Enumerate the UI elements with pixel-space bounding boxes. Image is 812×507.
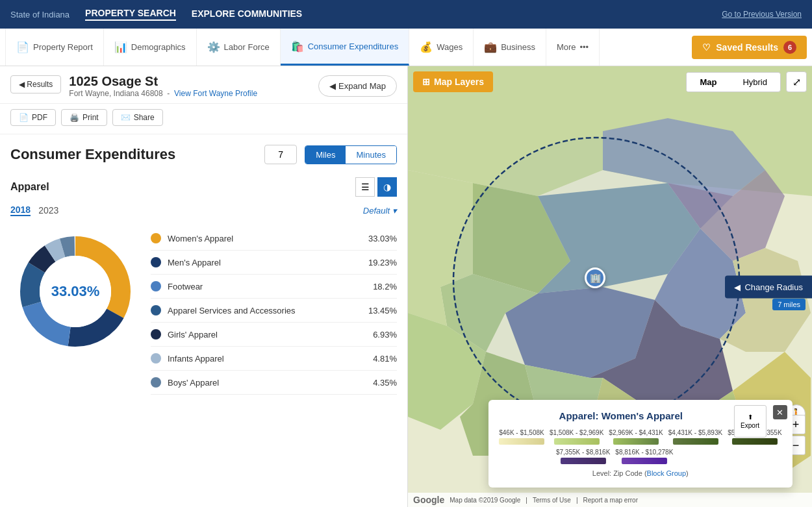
legend-bar-4: $4,431K - $5,893K (668, 429, 722, 445)
legend-item-services: Apparel Services and Accessories 13.45% (151, 299, 397, 323)
ce-title: Consumer Expenditures (10, 146, 257, 163)
view-profile-link[interactable]: View Fort Wayne Profile (174, 89, 257, 98)
chevron-down-icon: ▾ (392, 206, 397, 216)
chevron-left-icon: ◀ (734, 282, 741, 291)
legend-label-services: Apparel Services and Accessories (168, 306, 362, 315)
map-type-hybrid-btn[interactable]: Hybrid (730, 73, 780, 92)
view-toggle: ☰ ◑ (355, 177, 397, 197)
tab-more[interactable]: More ••• (546, 29, 600, 66)
legend-label-mens: Men's Apparel (168, 258, 362, 267)
tab-property-report[interactable]: 📄 Property Report (5, 29, 104, 66)
wages-icon: 💰 (420, 41, 433, 53)
donut-chart: 33.03% (10, 227, 140, 356)
default-link[interactable]: Default ▾ (363, 206, 397, 216)
map-fullscreen-button[interactable]: ⤢ (786, 71, 807, 92)
legend-bar-3: $2,969K - $4,431K (609, 429, 663, 445)
year-2023[interactable]: 2023 (38, 205, 58, 216)
tab-demographics[interactable]: 📊 Demographics (104, 29, 197, 66)
share-button[interactable]: ✉️ Share (112, 109, 163, 126)
prev-version-link[interactable]: Go to Previous Version (722, 10, 802, 19)
saved-results-badge: 6 (783, 41, 796, 54)
chart-view-btn[interactable]: ◑ (377, 177, 397, 197)
map-location-marker: 🏢 (585, 267, 605, 288)
tab-wages[interactable]: 💰 Wages (409, 29, 474, 66)
map-panel: ⊞ Map Layers Map Hybrid ⤢ 🏢 ◀ Change Rad… (408, 66, 812, 507)
main-content: ◀ Results 1025 Osage St Fort Wayne, Indi… (0, 66, 812, 507)
minutes-toggle-btn[interactable]: Minutes (346, 146, 396, 164)
popup-footer: Level: Zip Code (Block Group) (499, 469, 782, 477)
demographics-icon: 📊 (114, 41, 127, 53)
legend-dot-footwear (151, 281, 161, 291)
legend-list: Women's Apparel 33.03% Men's Apparel 19.… (151, 227, 397, 395)
legend-bar-2: $1,508K - $2,969K (550, 429, 603, 445)
tab-labor-force[interactable]: ⚙️ Labor Force (197, 29, 281, 66)
legend-pct-girls: 6.93% (373, 330, 397, 340)
map-footer: Google Map data ©2019 Google | Terms of … (408, 493, 812, 507)
legend-pct-infants: 4.81% (373, 354, 397, 364)
nav-property-search[interactable]: PROPERTY SEARCH (85, 8, 176, 21)
radius-input[interactable] (264, 145, 297, 164)
report-map-error-link[interactable]: Report a map error (583, 497, 637, 504)
pdf-button[interactable]: 📄 PDF (10, 109, 56, 126)
address-sub: Fort Wayne, Indiana 46808 - View Fort Wa… (69, 89, 311, 98)
legend-label-footwear: Footwear (168, 282, 366, 291)
consumer-exp-icon: 🛍️ (291, 40, 304, 53)
marker-icon: 🏢 (590, 273, 601, 283)
terms-of-use-link[interactable]: Terms of Use (533, 497, 571, 504)
legend-label-infants: Infants Apparel (168, 354, 366, 364)
legend-item-mens: Men's Apparel 19.23% (151, 251, 397, 275)
legend-label-boys: Boys' Apparel (168, 378, 366, 388)
map-layers-button[interactable]: ⊞ Map Layers (413, 71, 493, 92)
expand-map-button[interactable]: ◀ Expand Map (318, 75, 397, 97)
popup-export-button[interactable]: ⬆ Export (734, 405, 767, 438)
tab-business[interactable]: 💼 Business (474, 29, 546, 66)
legend-item-boys: Boys' Apparel 4.35% (151, 371, 397, 395)
tab-consumer-expenditures[interactable]: 🛍️ Consumer Expenditures (281, 29, 409, 66)
print-button[interactable]: 🖨️ Print (61, 109, 107, 126)
legend-dot-womens (151, 233, 161, 243)
year-2018-link[interactable]: 2018 (10, 204, 31, 216)
change-radius-button[interactable]: ◀ Change Radius (725, 275, 812, 298)
change-radius-label: Change Radius (744, 282, 803, 291)
nav-explore-communities[interactable]: EXPLORE COMMUNITIES (192, 8, 302, 20)
donut-center: 33.03% (51, 283, 100, 300)
labor-force-icon: ⚙️ (207, 41, 220, 53)
address-bar: ◀ Results 1025 Osage St Fort Wayne, Indi… (0, 66, 407, 104)
map-type-toggle: Map Hybrid (686, 72, 781, 92)
saved-results-button[interactable]: ♡ Saved Results 6 (692, 36, 807, 59)
property-report-icon: 📄 (16, 41, 29, 53)
legend-dot-girls (151, 329, 161, 340)
popup-close-button[interactable]: ✕ (773, 405, 787, 419)
legend-bar-7: $8,816K - $10,278K (615, 449, 673, 464)
miles-toggle-btn[interactable]: Miles (305, 146, 346, 164)
legend-pct-boys: 4.35% (373, 378, 397, 388)
map-toolbar: ⊞ Map Layers Map Hybrid ⤢ (408, 66, 812, 97)
pdf-icon: 📄 (19, 113, 29, 122)
chart-area: 33.03% Women's Apparel 33.03% Men's Appa… (10, 227, 397, 395)
share-icon: ✉️ (121, 113, 131, 122)
action-bar: 📄 PDF 🖨️ Print ✉️ Share (0, 104, 407, 134)
legend-item-girls: Girls' Apparel 6.93% (151, 323, 397, 347)
legend-item-footwear: Footwear 18.2% (151, 275, 397, 299)
legend-dot-infants (151, 353, 161, 364)
donut-value: 33.03% (51, 283, 100, 299)
apparel-header: Apparel ☰ ◑ (10, 177, 397, 197)
address-info: 1025 Osage St Fort Wayne, Indiana 46808 … (69, 74, 311, 98)
more-dots-icon: ••• (580, 42, 589, 52)
apparel-title: Apparel (10, 181, 355, 193)
map-type-map-btn[interactable]: Map (687, 73, 730, 92)
block-group-link[interactable]: Block Group (647, 469, 687, 477)
map-data-text: Map data ©2019 Google (450, 497, 520, 504)
layers-icon: ⊞ (422, 77, 430, 87)
top-nav: State of Indiana PROPERTY SEARCH EXPLORE… (0, 0, 812, 29)
export-icon: ⬆ (748, 414, 753, 421)
year-selector: 2018 2023 Default ▾ (10, 204, 397, 216)
popup-legend-row-2: $7,355K - $8,816K $8,816K - $10,278K (499, 449, 782, 464)
heart-icon: ♡ (702, 42, 711, 53)
miles-minutes-toggle: Miles Minutes (305, 145, 397, 164)
list-view-btn[interactable]: ☰ (355, 177, 375, 197)
state-name: State of Indiana (10, 10, 70, 19)
results-button[interactable]: ◀ Results (10, 75, 61, 93)
legend-item-infants: Infants Apparel 4.81% (151, 347, 397, 371)
address-main: 1025 Osage St (69, 74, 311, 89)
